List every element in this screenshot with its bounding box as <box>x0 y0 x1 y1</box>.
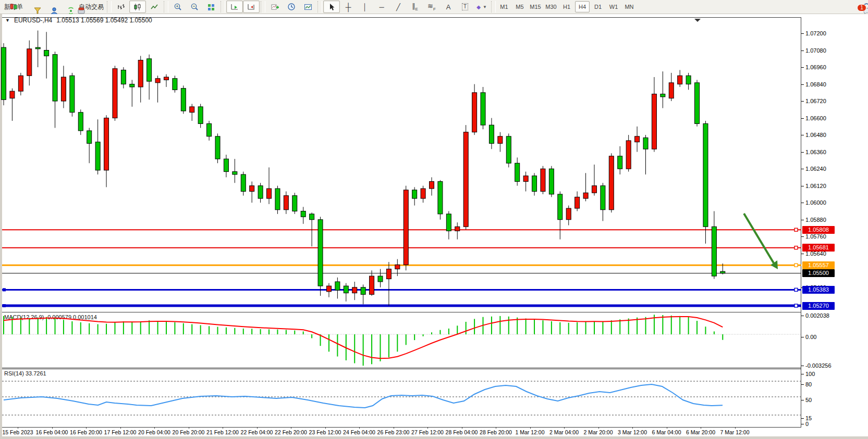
axis-tick-mark <box>801 118 804 119</box>
trendline-tool-button[interactable]: ╱ <box>390 1 407 13</box>
axis-tick-mark <box>801 152 804 153</box>
timeframe-h1[interactable]: H1 <box>559 1 574 12</box>
templates-button[interactable]: ▼ <box>300 1 316 13</box>
zoom-out-button[interactable] <box>186 1 203 13</box>
price-tick-label: 1.06840 <box>805 81 826 87</box>
main-chart-pane[interactable] <box>2 18 801 312</box>
arrows-tool-button[interactable]: ◆▼ <box>473 1 490 13</box>
time-tick-mark <box>564 427 565 429</box>
price-tick-label: 1.07080 <box>805 47 826 54</box>
axis-tick-mark <box>801 135 804 135</box>
text-icon: A <box>446 3 451 11</box>
axis-tick-mark <box>801 418 804 419</box>
fibonacci-icon: ≋F <box>427 2 436 11</box>
indicators-button[interactable]: ▼ <box>266 1 283 13</box>
time-tick-label: 21 Feb 12:00 <box>206 429 239 435</box>
timeframe-m1[interactable]: M1 <box>497 1 511 12</box>
toolbar-separator <box>221 1 225 12</box>
vline-tool-button[interactable]: │ <box>357 1 373 13</box>
chart-shift-button[interactable] <box>243 1 260 13</box>
auto-scroll-button[interactable] <box>226 1 243 13</box>
time-tick-label: 28 Feb 04:00 <box>446 429 478 435</box>
window-bottom-edge <box>0 436 868 439</box>
time-tick-mark <box>154 427 155 429</box>
new-order-button[interactable]: 新订单 <box>2 1 25 13</box>
rsi-axis-label: 0 <box>805 421 809 427</box>
axis-tick-mark <box>801 84 804 85</box>
time-tick-label: 20 Feb 04:00 <box>138 429 170 435</box>
rsi-pane-separator-a[interactable] <box>2 368 801 368</box>
time-tick-mark <box>394 427 394 429</box>
timeframe-m30[interactable]: M30 <box>544 1 558 12</box>
auto-trading-button[interactable]: 自动交易 <box>75 1 106 13</box>
hline-tool-button[interactable]: ─ <box>373 1 390 13</box>
time-tick-mark <box>189 427 189 429</box>
indicators-icon <box>271 3 279 11</box>
time-tick-label: 27 Feb 12:00 <box>411 429 444 435</box>
price-tag-1.05500: 1.05500 <box>802 269 835 277</box>
price-tick-label: 1.06120 <box>805 183 826 189</box>
timeframe-m5[interactable]: M5 <box>512 1 527 12</box>
toolbar-separator <box>107 1 112 12</box>
time-tick-mark <box>632 427 633 429</box>
time-tick-label: 1 Mar 12:00 <box>515 429 544 435</box>
time-tick-label: 2 Mar 04:00 <box>549 429 579 435</box>
depth-of-market-button[interactable] <box>25 1 42 13</box>
price-tick-label: 1.06480 <box>805 132 826 138</box>
signals-button[interactable] <box>58 1 75 13</box>
periods-button[interactable]: ▼ <box>283 1 300 13</box>
rsi-axis-label: 50 <box>805 397 812 403</box>
text-tool-button[interactable]: A <box>440 1 457 13</box>
price-tick-label: 1.06960 <box>805 64 826 70</box>
rsi-pane[interactable] <box>2 369 801 427</box>
chart-shift-icon <box>247 3 255 11</box>
price-tick-label: 1.05760 <box>805 233 826 240</box>
time-axis[interactable]: 15 Feb 202316 Feb 04:0016 Feb 20:0017 Fe… <box>2 428 801 436</box>
axis-tick-mark <box>801 203 804 203</box>
trendline-icon: ╱ <box>396 3 400 11</box>
time-tick-mark <box>530 427 531 429</box>
text-label-tool-button[interactable]: T <box>457 1 473 13</box>
time-tick-mark <box>257 427 258 429</box>
crosshair-tool-button[interactable]: ┼ <box>340 1 357 13</box>
candlestick-chart-button[interactable] <box>129 1 146 13</box>
line-chart-button[interactable] <box>146 1 163 13</box>
timeframe-h4[interactable]: H4 <box>575 1 590 12</box>
mt4-window: 新订单 自动交易 ▼ ▼ ▼ ┼ │ <box>0 0 868 439</box>
time-tick-label: 16 Feb 04:00 <box>36 429 68 435</box>
axis-tick-mark <box>801 366 804 366</box>
rsi-axis-label: 100 <box>805 371 815 377</box>
price-tick-label: 1.07200 <box>805 30 826 36</box>
time-tick-label: 22 Feb 20:00 <box>275 429 307 435</box>
axis-tick-mark <box>801 186 804 186</box>
price-tag-1.05681: 1.05681 <box>802 244 835 252</box>
time-tick-mark <box>18 427 18 429</box>
timeframe-m15[interactable]: M15 <box>528 1 543 12</box>
chevron-down-icon: ▼ <box>483 5 487 9</box>
fibonacci-tool-button[interactable]: ≋F <box>423 1 440 13</box>
axis-tick-mark <box>801 101 804 102</box>
timeframe-mn[interactable]: MN <box>622 1 637 12</box>
community-button[interactable] <box>42 1 58 13</box>
price-axis[interactable]: 1.072001.070801.069601.068401.067201.066… <box>801 14 868 439</box>
chart-window[interactable]: ▼ EURUSD-,H4 1.05513 1.05569 1.05492 1.0… <box>0 14 868 439</box>
timeframe-d1[interactable]: D1 <box>591 1 605 12</box>
macd-pane[interactable] <box>2 312 801 368</box>
axis-tick-mark <box>801 400 804 400</box>
time-tick-label: 24 Feb 04:00 <box>343 429 375 435</box>
zoom-in-button[interactable] <box>169 1 186 13</box>
axis-tick-mark <box>801 374 804 374</box>
time-tick-mark <box>52 427 53 429</box>
toolbar: 新订单 自动交易 ▼ ▼ ▼ ┼ │ <box>0 0 868 14</box>
time-tick-label: 23 Feb 12:00 <box>309 429 341 435</box>
channel-icon: ∥E <box>412 2 418 11</box>
time-tick-mark <box>496 427 496 429</box>
timeframe-w1[interactable]: W1 <box>606 1 621 12</box>
tile-windows-button[interactable] <box>203 1 219 13</box>
channel-tool-button[interactable]: ∥E <box>407 1 423 13</box>
axis-tick-mark <box>801 169 804 169</box>
bar-chart-button[interactable] <box>113 1 129 13</box>
template-icon <box>304 3 312 11</box>
new-order-icon <box>10 3 18 10</box>
cursor-tool-button[interactable] <box>323 1 340 13</box>
